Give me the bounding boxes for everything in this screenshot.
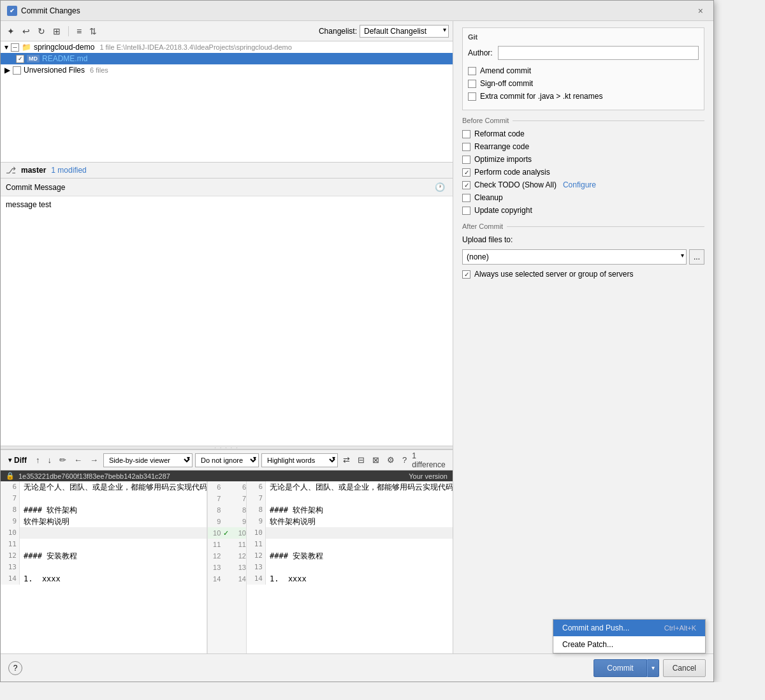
branch-icon: ⎇ bbox=[6, 165, 16, 175]
line-num: 12 bbox=[247, 550, 266, 562]
diff-line: 14 1. xxxx bbox=[1, 573, 207, 585]
viewer-dropdown[interactable]: Side-by-side viewer bbox=[103, 453, 193, 467]
diff-line: 12 #### 安装教程 bbox=[1, 550, 207, 562]
configure-link[interactable]: Configure bbox=[563, 180, 596, 189]
diff-sync-btn[interactable]: ⇄ bbox=[340, 454, 353, 466]
diff-gear-btn[interactable]: ⚙ bbox=[384, 454, 397, 466]
settings-button[interactable]: ⊞ bbox=[50, 25, 63, 38]
readme-item[interactable]: MD README.md bbox=[1, 53, 453, 64]
upload-select-wrapper: (none) bbox=[462, 249, 687, 265]
line-content bbox=[266, 562, 453, 573]
copyright-checkbox[interactable] bbox=[462, 207, 470, 215]
diff-content: 🔒 1e353221dbe7600f13f83ee7bebb142ab341c2… bbox=[1, 470, 453, 653]
branch-name: master bbox=[21, 166, 46, 175]
unversioned-item[interactable]: ▶ Unversioned Files 6 files bbox=[1, 64, 453, 76]
close-button[interactable]: × bbox=[694, 4, 707, 17]
mid-line: 6 6 bbox=[208, 481, 246, 493]
create-patch-item[interactable]: Create Patch... bbox=[553, 636, 705, 653]
commit-button[interactable]: Commit bbox=[594, 659, 646, 677]
ignore-dropdown[interactable]: Do not ignore bbox=[195, 453, 259, 467]
diff-prev-btn[interactable]: ← bbox=[71, 454, 85, 466]
mid-num-right: 13 bbox=[233, 564, 246, 571]
right-panel: Git Author: Amend commit Sign-off commit… bbox=[453, 21, 713, 653]
diff-next-btn[interactable]: → bbox=[87, 454, 101, 466]
extra-label: Extra commit for .java > .kt renames bbox=[480, 92, 602, 101]
history-button[interactable]: 🕐 bbox=[432, 181, 448, 193]
group-button[interactable]: ⇅ bbox=[87, 25, 99, 38]
amend-checkbox[interactable] bbox=[468, 67, 476, 75]
diff-line: 7 bbox=[247, 493, 453, 504]
line-content bbox=[20, 493, 207, 504]
unversioned-label: Unversioned Files bbox=[24, 66, 85, 75]
cleanup-checkbox[interactable] bbox=[462, 194, 470, 202]
line-num: 11 bbox=[247, 539, 266, 550]
rearrange-row: Rearrange code bbox=[462, 142, 704, 151]
upload-label: Upload files to: bbox=[462, 235, 704, 244]
after-commit-section: After Commit Upload files to: (none) ...… bbox=[462, 222, 704, 279]
commit-dropdown-button[interactable]: ▾ bbox=[647, 659, 659, 677]
commit-message-label: Commit Message bbox=[6, 183, 65, 192]
before-commit-section: Before Commit Reformat code Rearrange co… bbox=[462, 117, 704, 215]
viewer-dropdown-wrapper: Side-by-side viewer bbox=[103, 453, 193, 467]
root-checkbox[interactable] bbox=[11, 43, 19, 52]
diff-line: 12 #### 安装教程 bbox=[247, 550, 453, 562]
sort-button[interactable]: ≡ bbox=[74, 25, 84, 38]
analyze-checkbox[interactable] bbox=[462, 168, 470, 177]
line-content bbox=[266, 527, 453, 539]
line-content: 软件架构说明 bbox=[266, 516, 453, 527]
diff-edit-btn[interactable]: ✏ bbox=[57, 454, 69, 466]
reformat-checkbox[interactable] bbox=[462, 130, 470, 138]
upload-select[interactable]: (none) bbox=[462, 249, 687, 265]
browse-button[interactable]: ... bbox=[689, 249, 704, 265]
analyze-row: Perform code analysis bbox=[462, 168, 704, 177]
title-bar-left: ✔ Commit Changes bbox=[7, 6, 80, 16]
readme-checkbox[interactable] bbox=[16, 55, 24, 63]
diff-down-btn[interactable]: ↓ bbox=[45, 454, 55, 466]
always-use-checkbox[interactable] bbox=[462, 270, 470, 279]
add-button[interactable]: ✦ bbox=[4, 25, 17, 38]
before-commit-header: Before Commit bbox=[462, 117, 704, 124]
diff-panel-label[interactable]: ▾ Diff bbox=[4, 455, 31, 466]
mid-line-checked: 10 ✓ 10 bbox=[208, 527, 246, 539]
commit-message-textarea[interactable]: message test bbox=[1, 196, 453, 446]
help-button[interactable]: ? bbox=[8, 661, 22, 675]
folder-icon: 📁 bbox=[22, 43, 31, 52]
button-group: Commit ▾ Cancel bbox=[594, 659, 706, 677]
cancel-button[interactable]: Cancel bbox=[663, 659, 706, 677]
line-content bbox=[20, 539, 207, 550]
mid-num-right: 9 bbox=[233, 518, 246, 525]
mid-line: 13 13 bbox=[208, 562, 246, 573]
diff-right-pane[interactable]: 6 无论是个人、团队、或是企业，都能够用码云实现代码托管、项目管 7 8 ###… bbox=[247, 481, 453, 653]
diff-line: 7 bbox=[1, 493, 207, 504]
always-use-label: Always use selected server or group of s… bbox=[474, 270, 633, 279]
line-num: 9 bbox=[1, 516, 20, 527]
mid-num-left: 11 bbox=[208, 541, 221, 548]
diff-settings2-btn[interactable]: ⊠ bbox=[370, 454, 382, 466]
diff-line: 11 bbox=[1, 539, 207, 550]
reformat-label: Reformat code bbox=[474, 129, 525, 138]
author-input[interactable] bbox=[498, 46, 699, 60]
extra-checkbox[interactable] bbox=[468, 92, 476, 101]
diff-panel-btn[interactable]: ⊟ bbox=[355, 454, 367, 466]
optimize-checkbox[interactable] bbox=[462, 156, 470, 164]
highlight-dropdown[interactable]: Highlight words bbox=[261, 453, 338, 467]
diff-left-pane[interactable]: 6 无论是个人、团队、或是企业，都能够用码云实现代码托管、项目 7 8 bbox=[1, 481, 207, 653]
line-content: 1. xxxx bbox=[20, 573, 207, 585]
refresh-button[interactable]: ↻ bbox=[35, 25, 48, 38]
diff-line: 9 软件架构说明 bbox=[247, 516, 453, 527]
context-menu: Commit and Push... Ctrl+Alt+K Create Pat… bbox=[553, 619, 706, 653]
diff-up-btn[interactable]: ↑ bbox=[33, 454, 43, 466]
line-num: 14 bbox=[247, 573, 266, 585]
tree-root-item[interactable]: ▾ 📁 springcloud-demo 1 file E:\IntelliJ-… bbox=[1, 41, 453, 53]
analyze-label: Perform code analysis bbox=[474, 168, 550, 177]
line-num: 13 bbox=[1, 562, 20, 573]
unversioned-checkbox[interactable] bbox=[13, 66, 21, 75]
changelist-dropdown[interactable]: Default Changelist bbox=[360, 25, 449, 38]
undo-button[interactable]: ↩ bbox=[20, 25, 33, 38]
diff-help-btn[interactable]: ? bbox=[400, 454, 409, 466]
line-num: 6 bbox=[1, 481, 20, 493]
commit-push-item[interactable]: Commit and Push... Ctrl+Alt+K bbox=[553, 620, 705, 636]
signoff-checkbox[interactable] bbox=[468, 80, 476, 88]
rearrange-checkbox[interactable] bbox=[462, 143, 470, 151]
todo-checkbox[interactable] bbox=[462, 181, 470, 189]
